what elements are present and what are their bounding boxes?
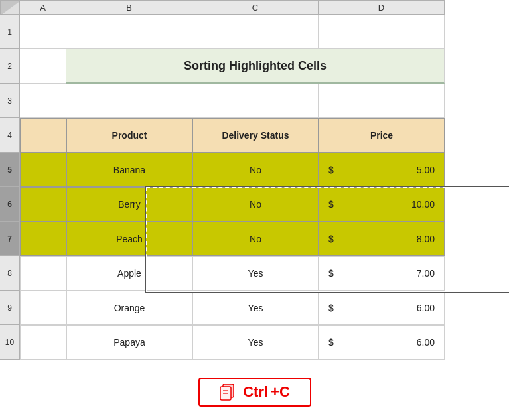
dollar-sign-10: $: [328, 337, 342, 348]
cell-2-title: Sorting Highlighted Cells: [66, 49, 445, 84]
cell-7d: $ 8.00: [319, 222, 445, 256]
row-1: [20, 15, 445, 49]
cell-6d: $ 10.00: [319, 187, 445, 222]
price-value-6: 10.00: [342, 199, 435, 210]
row-10: Papaya Yes $ 6.00: [20, 325, 445, 360]
cell-5a: [20, 153, 66, 187]
cell-4c-delivery: Delivery Status: [192, 118, 319, 153]
cell-3d: [319, 84, 445, 118]
row-header-2: 2: [0, 49, 20, 84]
row-9: Orange Yes $ 6.00: [20, 291, 445, 325]
cell-10b-papaya: Papaya: [66, 325, 192, 360]
col-header-a: A: [20, 0, 66, 15]
cell-10a: [20, 325, 66, 360]
cell-3a: [20, 84, 66, 118]
col-header-b: B: [66, 0, 192, 15]
cell-7b-peach: Peach: [66, 222, 192, 256]
cell-1a: [20, 15, 66, 49]
grid-body: 1 2 3 4 5 6 7 8 9 10 Sorting Highlighted: [0, 15, 445, 420]
cell-7c: No: [192, 222, 319, 256]
dollar-sign-9: $: [328, 303, 342, 313]
row-header-5: 5: [0, 153, 20, 187]
dollar-sign-7: $: [328, 234, 342, 244]
cell-10c: Yes: [192, 325, 319, 360]
row-6: Berry No $ 10.00: [20, 187, 445, 222]
cell-6c: No: [192, 187, 319, 222]
ctrl-c-badge: Ctrl+C: [198, 378, 311, 407]
grid-content: Sorting Highlighted Cells Product Delive…: [20, 15, 445, 420]
row-header-4: 4: [0, 118, 20, 153]
cell-9d: $ 6.00: [319, 291, 445, 325]
row-3: [20, 84, 445, 118]
row-header-1: 1: [0, 15, 20, 49]
cell-9c: Yes: [192, 291, 319, 325]
row-4: Product Delivery Status Price: [20, 118, 445, 153]
price-value-8: 7.00: [342, 268, 435, 279]
c-key: +C: [271, 384, 290, 401]
row-5: Banana No $ 5.00: [20, 153, 445, 187]
cell-6a: [20, 187, 66, 222]
spreadsheet: A B C D 1 2 3 4 5 6 7 8 9 10: [0, 0, 509, 420]
cell-5d: $ 5.00: [319, 153, 445, 187]
cell-4b-product: Product: [66, 118, 192, 153]
row-header-6: 6: [0, 187, 20, 222]
col-header-d: D: [319, 0, 445, 15]
row-8: Apple Yes $ 7.00: [20, 256, 445, 291]
cell-4a: [20, 118, 66, 153]
price-value-10: 6.00: [342, 337, 435, 348]
cell-1d: [319, 15, 445, 49]
svg-marker-0: [1, 1, 21, 15]
copy-icon: [219, 383, 238, 401]
cell-6b-berry: Berry: [66, 187, 192, 222]
ctrl-key: Ctrl: [243, 384, 268, 401]
row-2: Sorting Highlighted Cells: [20, 49, 445, 84]
cell-1b: [66, 15, 192, 49]
row-header-7: 7: [0, 222, 20, 256]
row-7: Peach No $ 8.00: [20, 222, 445, 256]
cell-2a: [20, 49, 66, 84]
dollar-sign-8: $: [328, 268, 342, 279]
row-header-8: 8: [0, 256, 20, 291]
cell-8d: $ 7.00: [319, 256, 445, 291]
cell-5b-banana: Banana: [66, 153, 192, 187]
cell-4d-price: Price: [319, 118, 445, 153]
dollar-sign-5: $: [328, 165, 342, 175]
dollar-sign-6: $: [328, 199, 342, 210]
row-header-9: 9: [0, 291, 20, 325]
price-value-9: 6.00: [342, 303, 435, 313]
cell-10d: $ 6.00: [319, 325, 445, 360]
row-header-3: 3: [0, 84, 20, 118]
cell-9a: [20, 291, 66, 325]
row-header-10: 10: [0, 325, 20, 360]
cell-3b: [66, 84, 192, 118]
cell-9b-orange: Orange: [66, 291, 192, 325]
column-headers: A B C D: [0, 0, 509, 15]
corner-cell: [0, 0, 20, 15]
price-value-7: 8.00: [342, 234, 435, 244]
cell-8c: Yes: [192, 256, 319, 291]
cell-8a: [20, 256, 66, 291]
cell-5c: No: [192, 153, 319, 187]
row-headers: 1 2 3 4 5 6 7 8 9 10: [0, 15, 20, 420]
cell-3c: [192, 84, 319, 118]
cell-7a: [20, 222, 66, 256]
price-value-5: 5.00: [342, 165, 435, 175]
col-header-c: C: [192, 0, 319, 15]
cell-8b-apple: Apple: [66, 256, 192, 291]
cell-1c: [192, 15, 319, 49]
